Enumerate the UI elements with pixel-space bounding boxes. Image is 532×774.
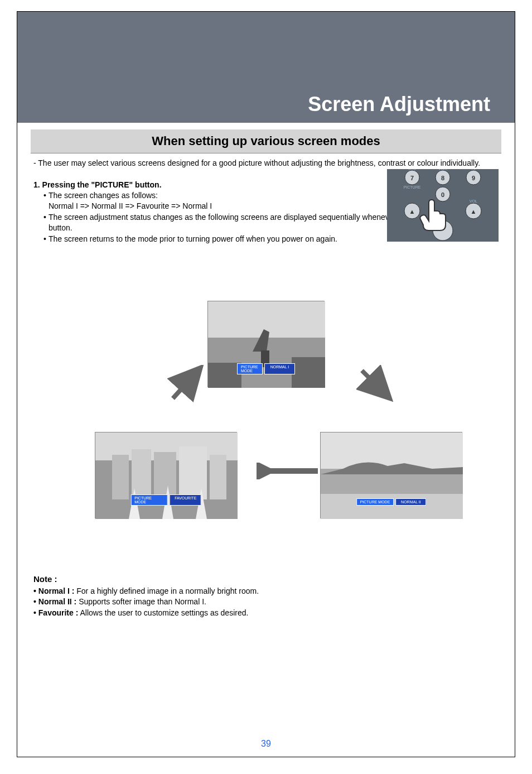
mode-value: NORMAL II bbox=[395, 498, 426, 506]
arrow-top-left-icon bbox=[167, 365, 206, 404]
arrow-bottom-icon bbox=[257, 463, 323, 479]
svg-rect-33 bbox=[210, 455, 226, 499]
svg-text:9: 9 bbox=[472, 175, 475, 181]
mode-label: PICTURE MODE bbox=[356, 498, 394, 506]
mode-bar: PICTURE MODE NORMAL II bbox=[356, 498, 427, 506]
mode-value: NORMAL I bbox=[264, 363, 295, 374]
intro-text: - The user may select various screens de… bbox=[33, 158, 499, 169]
svg-text:YZ: YZ bbox=[471, 169, 477, 171]
note-label: • Normal I : bbox=[33, 586, 74, 595]
mode-value: FAVOURITE bbox=[170, 494, 201, 506]
mode-label: PICTURE MODE bbox=[237, 363, 263, 374]
mode-label: PICTURE MODE bbox=[130, 494, 168, 506]
svg-rect-22 bbox=[208, 363, 241, 388]
svg-rect-26 bbox=[321, 494, 463, 519]
note-item: • Normal I : For a highly defined image … bbox=[33, 586, 499, 597]
note-label: • Favourite : bbox=[33, 608, 78, 617]
svg-rect-23 bbox=[292, 357, 325, 388]
svg-text:VWX: VWX bbox=[438, 169, 447, 171]
bullet-icon: • bbox=[43, 234, 46, 245]
note-item: • Normal II : Supports softer image than… bbox=[33, 597, 499, 608]
notes-section: Note : • Normal I : For a highly defined… bbox=[33, 574, 499, 619]
svg-line-35 bbox=[362, 371, 387, 396]
note-item: • Favourite : Allows the user to customi… bbox=[33, 608, 499, 619]
step-section: 1. Pressing the "PICTURE" button. • The … bbox=[33, 180, 499, 245]
svg-text:PICTURE: PICTURE bbox=[404, 185, 421, 189]
svg-text:▲: ▲ bbox=[409, 208, 415, 215]
svg-rect-24 bbox=[321, 432, 463, 469]
mode-bar: PICTURE MODE NORMAL I bbox=[237, 363, 295, 374]
content-area: When setting up various screen modes - T… bbox=[17, 123, 515, 757]
note-text: Supports softer image than Normal I. bbox=[76, 597, 206, 606]
svg-rect-32 bbox=[179, 446, 207, 499]
svg-text:STU: STU bbox=[408, 169, 416, 171]
svg-text:▲: ▲ bbox=[471, 208, 477, 215]
bullet-icon: • bbox=[43, 190, 46, 212]
svg-rect-31 bbox=[154, 452, 176, 499]
notes-heading: Note : bbox=[33, 574, 499, 584]
svg-text:8: 8 bbox=[441, 175, 444, 181]
section-title: When setting up various screen modes bbox=[31, 129, 501, 153]
note-text: For a highly defined image in a normally… bbox=[74, 586, 259, 595]
page-number: 39 bbox=[261, 739, 271, 749]
svg-rect-29 bbox=[112, 455, 129, 499]
svg-text:VOL: VOL bbox=[470, 199, 477, 203]
tv-screen-normal-ii: PICTURE MODE NORMAL II bbox=[320, 432, 462, 518]
note-label: • Normal II : bbox=[33, 597, 76, 606]
mode-bar: PICTURE MODE FAVOURITE bbox=[130, 494, 201, 506]
arrow-top-right-icon bbox=[356, 365, 395, 404]
svg-text:7: 7 bbox=[410, 175, 414, 181]
tv-screen-normal-i: PICTURE MODE NORMAL I bbox=[207, 301, 325, 387]
remote-control-illustration: 7 8 9 STU VWX YZ 0 PICTURE VOL ▲ ▲ bbox=[387, 169, 499, 242]
svg-line-34 bbox=[173, 371, 198, 398]
tv-screen-favourite: PICTURE MODE FAVOURITE bbox=[95, 432, 237, 518]
note-text: Allows the user to customize settings as… bbox=[78, 608, 248, 617]
bullet-icon: • bbox=[43, 212, 46, 234]
diagram-area: PICTURE MODE NORMAL I PICTURE MODE NORMA… bbox=[17, 301, 515, 518]
svg-text:0: 0 bbox=[441, 191, 444, 198]
